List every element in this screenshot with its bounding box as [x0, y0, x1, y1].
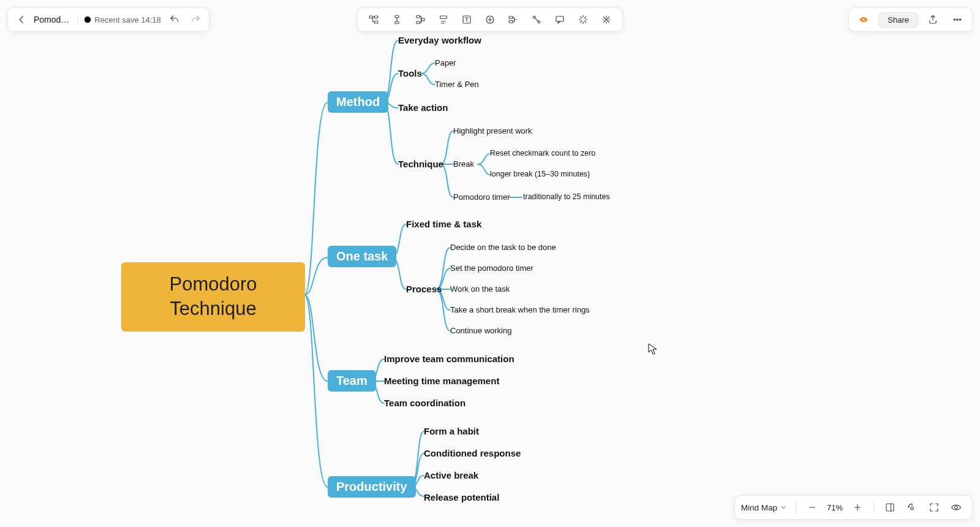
topic-decide-task[interactable]: Decide on the task to be done [450, 243, 556, 252]
topic-continue-working[interactable]: Continue working [450, 326, 511, 335]
svg-rect-6 [417, 15, 420, 18]
view-mode-dropdown[interactable]: Mind Map [741, 503, 787, 512]
topic-paper[interactable]: Paper [435, 58, 456, 67]
root-topic[interactable]: PomodoroTechnique [121, 262, 305, 332]
separator [78, 13, 78, 26]
svg-point-22 [911, 507, 914, 510]
chevron-down-icon [780, 504, 787, 511]
branch-method[interactable]: Method [328, 91, 388, 113]
svg-rect-16 [556, 17, 564, 21]
document-title[interactable]: Pomod… [34, 15, 69, 25]
topic-team-coordination[interactable]: Team coordination [384, 398, 466, 408]
toolbar [357, 7, 623, 32]
svg-rect-21 [886, 504, 894, 511]
topic-work-on-task[interactable]: Work on the task [450, 284, 510, 294]
topic-set-timer[interactable]: Set the pomodoro timer [450, 264, 533, 273]
svg-point-19 [957, 19, 958, 20]
share-button-label: Share [888, 15, 909, 25]
save-status-text: Recent save 14:18 [94, 15, 160, 25]
text-button[interactable] [457, 10, 477, 29]
branch-one-task-label: One task [336, 249, 388, 263]
topic-take-action[interactable]: Take action [398, 102, 448, 113]
svg-point-17 [863, 19, 865, 21]
summary-button[interactable] [503, 10, 523, 29]
root-topic-text: PomodoroTechnique [169, 273, 257, 319]
svg-rect-13 [509, 21, 513, 23]
boundary-button[interactable] [527, 10, 546, 29]
topbar-right: Share [848, 7, 973, 32]
insert-floating-topic-button[interactable] [434, 10, 453, 29]
topic-pomodoro-timer[interactable]: Pomodoro timer [453, 192, 510, 202]
branch-productivity-label: Productivity [336, 480, 407, 493]
svg-point-18 [954, 19, 955, 20]
redo-button[interactable] [186, 10, 205, 29]
check-circle-icon [83, 15, 92, 24]
more-menu-button[interactable] [948, 10, 967, 29]
zoom-out-button[interactable] [802, 498, 822, 517]
separator [873, 501, 874, 514]
svg-rect-2 [375, 16, 378, 18]
branch-method-label: Method [336, 95, 380, 108]
svg-rect-12 [509, 17, 513, 19]
topic-technique[interactable]: Technique [398, 159, 443, 169]
insert-parent-topic-button[interactable] [410, 10, 430, 29]
navigator-button[interactable] [902, 498, 922, 517]
branch-productivity[interactable]: Productivity [328, 476, 416, 498]
topic-timer-pen[interactable]: Timer & Pen [435, 80, 479, 89]
bottombar-right: Mind Map 71% [734, 495, 973, 520]
topic-tools[interactable]: Tools [398, 68, 422, 78]
mindmap-canvas[interactable]: PomodoroTechnique Method Everyday workfl… [0, 0, 980, 527]
auto-layout-button[interactable] [597, 10, 616, 29]
zoom-value[interactable]: 71% [824, 503, 845, 512]
relationship-button[interactable] [480, 10, 500, 29]
topic-release-potential[interactable]: Release potential [424, 492, 499, 502]
insert-topic-after-button[interactable] [387, 10, 407, 29]
topic-team-communication[interactable]: Improve team communication [384, 354, 514, 364]
outline-panel-button[interactable] [880, 498, 900, 517]
separator [796, 501, 796, 514]
export-button[interactable] [923, 10, 943, 29]
topic-longer-break[interactable]: longer break (15–30 minutes) [490, 170, 590, 178]
zoom-in-button[interactable] [848, 498, 867, 517]
svg-rect-3 [375, 21, 378, 23]
topic-process[interactable]: Process [406, 284, 442, 294]
undo-button[interactable] [165, 10, 184, 29]
svg-rect-9 [440, 16, 447, 19]
callout-button[interactable] [550, 10, 570, 29]
topic-highlight-present-work[interactable]: Highlight present work [453, 126, 532, 135]
branch-team-label: Team [336, 374, 368, 387]
branch-team[interactable]: Team [328, 370, 376, 392]
mouse-cursor [648, 343, 658, 355]
view-mode-label: Mind Map [741, 503, 777, 512]
topic-reset-checkmark[interactable]: Reset checkmark count to zero [490, 149, 595, 157]
share-button[interactable]: Share [878, 12, 918, 28]
svg-point-23 [955, 506, 958, 509]
topic-active-break[interactable]: Active break [424, 470, 478, 480]
topic-25-minutes[interactable]: traditionally to 25 minutes [523, 192, 610, 201]
topic-fixed-time-task[interactable]: Fixed time & task [406, 219, 481, 229]
app-logo-icon[interactable] [854, 10, 873, 29]
back-button[interactable] [12, 10, 31, 29]
topic-form-habit[interactable]: Form a habit [424, 426, 479, 436]
ai-assist-button[interactable] [573, 10, 593, 29]
svg-rect-7 [417, 21, 420, 24]
presentation-button[interactable] [946, 498, 966, 517]
topic-short-break[interactable]: Take a short break when the timer rings [450, 305, 590, 314]
insert-subtopic-button[interactable] [364, 10, 383, 29]
topic-break[interactable]: Break [453, 159, 474, 169]
svg-rect-1 [369, 16, 372, 18]
topic-everyday-workflow[interactable]: Everyday workflow [398, 35, 481, 45]
svg-point-20 [959, 19, 960, 20]
branch-one-task[interactable]: One task [328, 246, 396, 267]
topbar-left: Pomod… Recent save 14:18 [7, 7, 209, 32]
fullscreen-button[interactable] [924, 498, 944, 517]
save-status: Recent save 14:18 [83, 15, 160, 25]
topic-meeting-time[interactable]: Meeting time management [384, 376, 499, 386]
svg-rect-8 [421, 18, 424, 21]
topic-conditioned-response[interactable]: Conditioned response [424, 448, 521, 458]
